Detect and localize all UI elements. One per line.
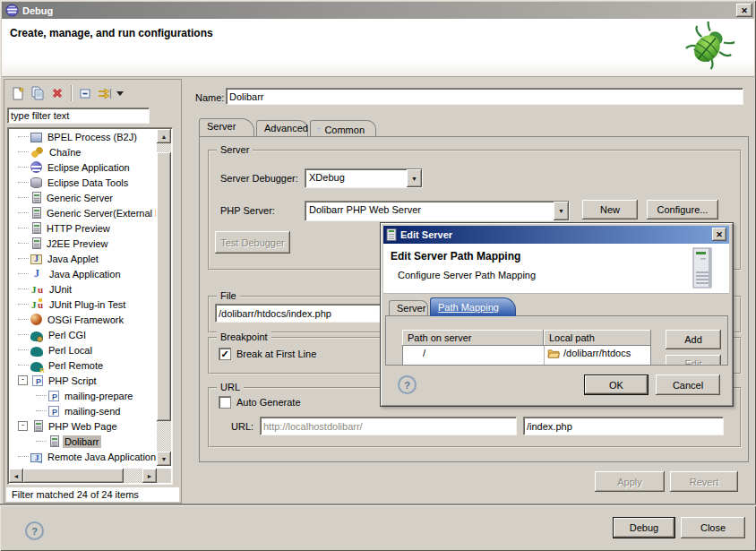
- help-icon[interactable]: ?: [25, 521, 44, 540]
- expander-collapse-icon[interactable]: -: [18, 375, 28, 385]
- tree-item[interactable]: Perl Remote: [9, 357, 156, 373]
- dialog-help-icon[interactable]: ?: [398, 375, 417, 394]
- tree-item[interactable]: J2EE Preview: [9, 236, 156, 251]
- tree-item[interactable]: Java Applet: [9, 251, 156, 266]
- tree-connector: [18, 334, 29, 335]
- tree-item[interactable]: Perl CGI: [9, 327, 156, 342]
- generic-server-icon: [32, 192, 41, 203]
- new-configuration-icon[interactable]: [8, 83, 28, 103]
- dialog-title: Edit Server: [400, 229, 452, 240]
- tree-item[interactable]: OSGi Framework: [9, 312, 156, 327]
- dialog-close-button[interactable]: ✕: [712, 228, 726, 241]
- tree-vscrollbar[interactable]: ▲ ▼: [157, 129, 171, 466]
- tree-item[interactable]: JUnit: [9, 281, 156, 297]
- tree-connector: [18, 136, 29, 137]
- tree: BPEL Process (B2J)ChaîneEclipse Applicat…: [9, 129, 156, 467]
- tree-connector: [18, 288, 29, 289]
- filter-icon[interactable]: [95, 83, 115, 103]
- folder-icon: [547, 349, 560, 358]
- tree-connector: [36, 441, 47, 442]
- tree-item[interactable]: -PHP Web Page: [9, 418, 156, 434]
- new-button[interactable]: New: [582, 200, 638, 220]
- tree-item[interactable]: Generic Server: [9, 190, 156, 205]
- debug-button[interactable]: Debug: [613, 517, 675, 538]
- tree-item-label: Dolibarr: [63, 435, 101, 448]
- scroll-right-icon[interactable]: ►: [142, 469, 157, 483]
- scroll-up-icon[interactable]: ▲: [157, 129, 171, 143]
- scroll-corner: [157, 469, 171, 483]
- tree-item[interactable]: -PHP Script: [9, 373, 156, 388]
- url-group-title: URL: [217, 382, 244, 392]
- junit-icon: [30, 283, 44, 296]
- path-mapping-content: Path on server Local path / /dolibarr/ht…: [385, 315, 728, 366]
- footer-separator: [0, 504, 756, 505]
- tree-item[interactable]: Eclipse Application: [9, 159, 156, 175]
- window-close-button[interactable]: ✕: [736, 4, 752, 17]
- generic-server-icon: [32, 237, 41, 249]
- tree-hscrollbar[interactable]: ◄ ►: [9, 469, 157, 483]
- configure-button[interactable]: Configure...: [647, 200, 718, 220]
- tree-item[interactable]: BPEL Process (B2J): [9, 129, 156, 144]
- common-tab-icon: [318, 125, 321, 134]
- dropdown-arrow-icon[interactable]: ▼: [554, 202, 569, 220]
- cell-path-on-server[interactable]: /: [403, 346, 544, 358]
- tree-item[interactable]: JUnit Plug-in Test: [9, 297, 156, 312]
- tab-server[interactable]: Server: [199, 118, 254, 136]
- path-mapping-table: /: [402, 346, 544, 366]
- name-input[interactable]: [226, 88, 743, 105]
- tree-item-label: JUnit: [47, 283, 73, 296]
- expander-collapse-icon[interactable]: -: [18, 421, 28, 431]
- column-header-local-path[interactable]: Local path: [544, 330, 651, 346]
- hscroll-thumb[interactable]: [23, 469, 124, 483]
- tree-item[interactable]: Perl Local: [9, 342, 156, 357]
- vscroll-thumb[interactable]: [157, 152, 171, 421]
- column-header-path-on-server[interactable]: Path on server: [402, 330, 544, 346]
- tree-item[interactable]: Remote Java Application: [9, 449, 156, 464]
- php-web-page-icon: [34, 420, 43, 432]
- toolbar-dropdown-arrow-icon[interactable]: [115, 83, 125, 103]
- server-group-title: Server: [217, 144, 253, 155]
- tree-item[interactable]: HTTP Preview: [9, 220, 156, 236]
- tree-connector: [18, 319, 29, 320]
- table-row[interactable]: /dolibarr/htdocs: [544, 346, 651, 366]
- tree-item[interactable]: Eclipse Data Tools: [9, 175, 156, 190]
- tree-item[interactable]: Chaîne: [9, 144, 156, 159]
- tree-item[interactable]: Generic Server(External La: [9, 205, 156, 220]
- dropdown-arrow-icon[interactable]: ▼: [407, 169, 422, 187]
- php-web-page-icon: [50, 435, 59, 447]
- tree-item[interactable]: mailing-prepare: [9, 388, 156, 403]
- tree-connector: [18, 365, 29, 366]
- server-icon: [386, 228, 397, 241]
- auto-generate-label: Auto Generate: [236, 397, 301, 408]
- filter-input[interactable]: [7, 108, 150, 124]
- dialog-tab-server[interactable]: Server: [389, 300, 428, 316]
- ok-button[interactable]: OK: [584, 375, 649, 395]
- tree-connector: [18, 258, 29, 259]
- duplicate-icon[interactable]: [28, 83, 47, 103]
- delete-icon[interactable]: [47, 83, 67, 103]
- collapse-all-icon[interactable]: [75, 83, 95, 103]
- dialog-tab-path-mapping[interactable]: Path Mapping: [430, 297, 516, 316]
- server-debugger-select[interactable]: XDebug ▼: [305, 168, 423, 188]
- tree-item[interactable]: Java Application: [9, 266, 156, 281]
- php-server-select[interactable]: Dolibarr PHP Web Server ▼: [305, 201, 570, 221]
- break-first-line-checkbox[interactable]: ✓: [219, 348, 231, 360]
- tree-item[interactable]: mailing-send: [9, 403, 156, 418]
- tree-item-label: BPEL Process (B2J): [46, 131, 139, 143]
- scroll-left-icon[interactable]: ◄: [9, 469, 23, 483]
- close-button[interactable]: Close: [681, 517, 745, 538]
- server-debugger-label: Server Debugger:: [220, 173, 298, 184]
- name-label: Name:: [195, 92, 224, 103]
- tree-item-label: mailing-prepare: [63, 390, 134, 402]
- cancel-button[interactable]: Cancel: [656, 375, 720, 395]
- window-titlebar: Debug: [2, 2, 754, 19]
- add-button[interactable]: Add: [666, 330, 721, 349]
- file-group-title: File: [217, 290, 240, 301]
- auto-generate-checkbox[interactable]: [219, 396, 231, 409]
- scroll-down-icon[interactable]: ▼: [157, 452, 171, 466]
- tree-connector: [36, 410, 47, 411]
- tree-item[interactable]: Dolibarr: [9, 434, 156, 449]
- tab-common[interactable]: Common: [310, 120, 376, 136]
- url-path-input[interactable]: [523, 417, 724, 435]
- tab-advanced[interactable]: Advanced: [256, 120, 308, 136]
